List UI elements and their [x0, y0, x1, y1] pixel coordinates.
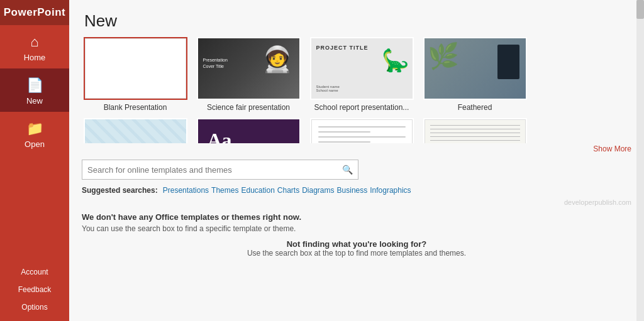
info1-bold: We don't have any Office templates or th…: [82, 212, 631, 222]
science-preview: 🧑‍🚀 PresentationCover Title: [198, 38, 299, 99]
crop-line-2: [318, 131, 370, 133]
watermark: developerpublish.com: [69, 197, 644, 207]
template-crop[interactable]: Crop: [308, 118, 415, 143]
suggested-presentations[interactable]: Presentations: [163, 186, 209, 195]
suggested-themes[interactable]: Themes: [211, 186, 238, 195]
dividend-thumb-container: Aa: [197, 118, 301, 143]
badge-lines: [425, 120, 525, 143]
account-button[interactable]: Account: [0, 263, 69, 281]
badge-line-1: [430, 125, 520, 126]
page-title: New: [84, 11, 117, 30]
sidebar-item-new[interactable]: 📄 New: [0, 68, 69, 112]
school-body-text: Student nameSchool name: [316, 85, 340, 92]
sidebar-bottom: Account Feedback Options: [0, 263, 69, 321]
template-science[interactable]: 🧑‍🚀 PresentationCover Title Science fair…: [195, 37, 302, 112]
sidebar-item-open[interactable]: 📁 Open: [0, 112, 69, 155]
info1-text: You can use the search box to find a spe…: [82, 224, 631, 233]
sidebar-item-new-label: New: [26, 96, 43, 106]
options-button[interactable]: Options: [0, 298, 69, 316]
sidebar-item-open-label: Open: [25, 139, 45, 149]
crop-lines: [318, 126, 406, 143]
science-astronaut-icon: 🧑‍🚀: [262, 45, 293, 74]
template-blank[interactable]: Blank Presentation: [82, 37, 189, 112]
template-savon[interactable]: Aa Savon: [82, 118, 189, 143]
suggested-charts[interactable]: Charts: [277, 186, 299, 195]
blank-label: Blank Presentation: [104, 103, 167, 112]
main-header: New: [69, 0, 644, 37]
template-badge[interactable]: Badge: [421, 118, 528, 143]
suggested-business[interactable]: Business: [337, 186, 368, 195]
leaves-icon: 🌿: [428, 41, 459, 71]
template-row-2: Aa Savon Aa: [82, 118, 631, 143]
template-dividend[interactable]: Aa Dividend: [195, 118, 302, 143]
suggested-label: Suggested searches:: [82, 186, 158, 195]
templates-grid: Blank Presentation 🧑‍🚀 PresentationCover…: [69, 37, 644, 143]
science-text: PresentationCover Title: [203, 57, 228, 70]
suggested-diagrams[interactable]: Diagrams: [302, 186, 334, 195]
show-more-link[interactable]: Show More: [69, 143, 644, 157]
feedback-button[interactable]: Feedback: [0, 281, 69, 298]
science-label: Science fair presentation: [207, 103, 290, 112]
crop-line-4: [318, 141, 370, 143]
crop-line-1: [318, 126, 406, 128]
school-thumb-container: PROJECT TITLE 🦕 Student nameSchool name: [310, 37, 414, 100]
suggested-infographics[interactable]: Infographics: [370, 186, 411, 195]
app-title: PowerPoint: [0, 0, 69, 25]
savon-preview: Aa: [85, 119, 186, 143]
home-icon: ⌂: [30, 34, 38, 50]
sidebar-item-home[interactable]: ⌂ Home: [0, 25, 69, 68]
dividend-preview: Aa: [198, 119, 299, 143]
suggested-searches: Suggested searches: Presentations Themes…: [69, 182, 644, 197]
badge-preview: [425, 119, 526, 143]
template-row-1: Blank Presentation 🧑‍🚀 PresentationCover…: [82, 37, 631, 112]
badge-line-2: [430, 129, 520, 129]
school-preview: PROJECT TITLE 🦕 Student nameSchool name: [311, 38, 413, 99]
template-feathered[interactable]: 🌿 Feathered: [421, 37, 528, 112]
search-area: 🔍: [69, 157, 644, 182]
search-input[interactable]: [87, 165, 342, 175]
savon-thumb-container: Aa: [84, 118, 187, 143]
badge-line-4: [430, 136, 520, 137]
badge-line-5: [430, 140, 520, 141]
feathered-label: Feathered: [458, 103, 492, 112]
science-thumb-container: 🧑‍🚀 PresentationCover Title: [197, 37, 301, 100]
blank-thumb: [84, 37, 187, 100]
school-title-text: PROJECT TITLE: [316, 45, 369, 51]
sidebar: PowerPoint ⌂ Home 📄 New 📁 Open Account F…: [0, 0, 69, 321]
feathered-thumb-container: 🌿: [423, 37, 527, 100]
search-box[interactable]: 🔍: [82, 160, 358, 180]
main-content: New Blank Presentation 🧑‍🚀 PresentationC…: [69, 0, 644, 321]
crop-preview: [311, 119, 413, 143]
info-area: We don't have any Office templates or th…: [69, 207, 644, 321]
open-icon: 📁: [26, 121, 43, 137]
feathered-preview: 🌿: [425, 38, 526, 99]
suggested-education[interactable]: Education: [241, 186, 274, 195]
info2-bold: Not finding what you're looking for?: [82, 239, 631, 249]
template-school[interactable]: PROJECT TITLE 🦕 Student nameSchool name …: [308, 37, 415, 112]
scrollbar[interactable]: [636, 0, 644, 321]
new-icon: 📄: [26, 77, 43, 94]
badge-line-3: [430, 133, 520, 133]
badge-thumb-container: [423, 118, 527, 143]
crop-line-3: [318, 136, 406, 138]
info2-section: Not finding what you're looking for? Use…: [82, 239, 631, 258]
info2-text: Use the search box at the top to find mo…: [82, 249, 631, 258]
savon-aa-text: Aa: [123, 138, 147, 144]
school-label: School report presentation...: [314, 103, 409, 112]
dinosaur-icon: 🦕: [382, 48, 409, 73]
scrollbar-thumb[interactable]: [636, 0, 644, 19]
crop-thumb-container: [310, 118, 414, 143]
search-icon: 🔍: [342, 165, 353, 175]
blank-preview: [85, 38, 186, 99]
notebook-shape: [497, 45, 519, 79]
sidebar-item-home-label: Home: [24, 53, 46, 62]
dividend-aa-text: Aa: [208, 129, 232, 143]
